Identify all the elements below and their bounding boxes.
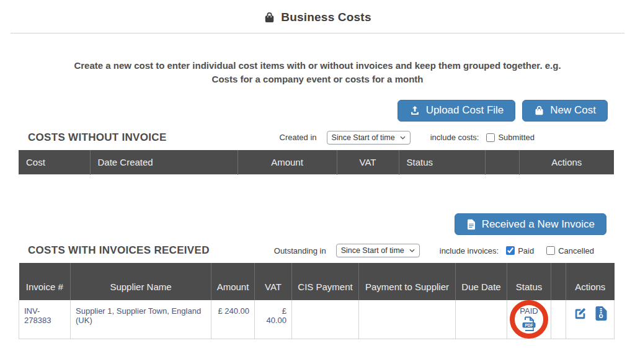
outstanding-in-label: Outstanding in (274, 246, 326, 255)
col-vat: VAT (255, 263, 292, 300)
submitted-checkbox[interactable] (486, 133, 495, 142)
intro-line2: Costs for a company event or costs for a… (60, 73, 575, 86)
upload-cost-file-button[interactable]: Upload Cost File (397, 100, 516, 122)
col-due-date: Due Date (456, 263, 507, 300)
payment-to-supplier-cell (359, 300, 456, 339)
received-invoice-toolbar: Received a New Invoice (0, 213, 606, 235)
col-actions: Actions (519, 150, 614, 175)
received-new-invoice-label: Received a New Invoice (482, 218, 595, 231)
costs-without-invoice-table: Cost Date Created Amount VAT Status Acti… (19, 150, 614, 175)
edit-icon[interactable] (574, 307, 587, 321)
col-empty (551, 263, 566, 300)
col-supplier-name: Supplier Name (71, 263, 211, 300)
include-costs-label: include costs: (430, 133, 479, 142)
invoice-row: INV-278383 Supplier 1, Supplier Town, En… (19, 300, 615, 339)
chevron-down-icon (409, 249, 415, 252)
vat-cell: £ 40.00 (255, 300, 292, 339)
supplier-name-cell: Supplier 1, Supplier Town, England (UK) (71, 300, 211, 339)
col-empty (485, 150, 519, 175)
costs-without-invoice-header-row: COSTS WITHOUT INVOICE Created in Since S… (19, 131, 614, 144)
invoices-received-table: Invoice # Supplier Name Amount VAT CIS P… (19, 263, 615, 339)
due-date-cell (456, 300, 507, 339)
received-new-invoice-button[interactable]: Received a New Invoice (455, 213, 606, 235)
bag-icon (264, 12, 275, 24)
col-status: Status (507, 263, 551, 300)
submitted-checkbox-label: Submitted (498, 133, 535, 142)
outstanding-in-select[interactable]: Since Start of time (336, 244, 420, 257)
status-badge: PAID (520, 306, 538, 316)
paid-checkbox-label: Paid (518, 246, 534, 255)
page-title: Business Costs (281, 11, 371, 24)
intro-line1: Create a new cost to enter individual co… (60, 59, 575, 73)
col-payment-to-supplier: Payment to Supplier (359, 263, 456, 300)
new-cost-button[interactable]: New Cost (522, 100, 608, 122)
invoices-received-controls: Outstanding in Since Start of time inclu… (274, 244, 614, 257)
cancelled-checkbox-label: Cancelled (558, 246, 594, 255)
col-date-created: Date Created (90, 150, 238, 175)
new-cost-label: New Cost (550, 104, 596, 117)
document-icon (466, 219, 476, 230)
pdf-file-icon[interactable]: PDF (522, 316, 536, 332)
created-in-select-value: Since Start of time (332, 133, 395, 142)
created-in-label: Created in (280, 133, 317, 142)
empty-cell (551, 300, 566, 339)
upload-icon (409, 105, 420, 116)
header-divider (11, 33, 624, 33)
costs-without-invoice-controls: Created in Since Start of time include c… (280, 131, 614, 144)
page-header: Business Costs (0, 0, 635, 24)
svg-text:PDF: PDF (525, 323, 533, 327)
col-amount: Amount (211, 263, 255, 300)
col-amount: Amount (238, 150, 337, 175)
actions-cell (566, 300, 615, 339)
col-actions: Actions (566, 263, 615, 300)
include-invoices-label: include invoices: (440, 246, 499, 255)
col-cis-payment: CIS Payment (292, 263, 359, 300)
cancelled-checkbox[interactable] (546, 246, 555, 255)
invoice-number-cell: INV-278383 (19, 300, 71, 339)
created-in-select[interactable]: Since Start of time (327, 131, 411, 144)
col-cost: Cost (19, 150, 90, 175)
invoices-received-header: Invoice # Supplier Name Amount VAT CIS P… (19, 263, 615, 300)
outstanding-in-select-value: Since Start of time (341, 246, 404, 255)
chevron-down-icon (400, 136, 406, 140)
invoices-received-header-row: COSTS WITH INVOICES RECEIVED Outstanding… (19, 244, 614, 257)
business-costs-page: Business Costs Create a new cost to ente… (0, 0, 635, 339)
paid-checkbox[interactable] (506, 246, 515, 255)
cis-payment-cell (292, 300, 359, 339)
costs-without-invoice-header: Cost Date Created Amount VAT Status Acti… (19, 150, 614, 175)
col-vat: VAT (337, 150, 399, 175)
bag-icon (534, 105, 544, 116)
amount-cell: £ 240.00 (211, 300, 255, 339)
toolbar: Upload Cost File New Cost (19, 100, 608, 122)
intro-text: Create a new cost to enter individual co… (60, 59, 575, 86)
costs-without-invoice-title: COSTS WITHOUT INVOICE (19, 131, 167, 144)
status-cell: PAID PDF (507, 300, 551, 339)
invoices-received-title: COSTS WITH INVOICES RECEIVED (19, 244, 210, 257)
upload-cost-file-label: Upload Cost File (426, 104, 504, 117)
col-invoice-number: Invoice # (19, 263, 71, 300)
file-invoice-icon[interactable] (595, 306, 607, 321)
col-status: Status (399, 150, 485, 175)
